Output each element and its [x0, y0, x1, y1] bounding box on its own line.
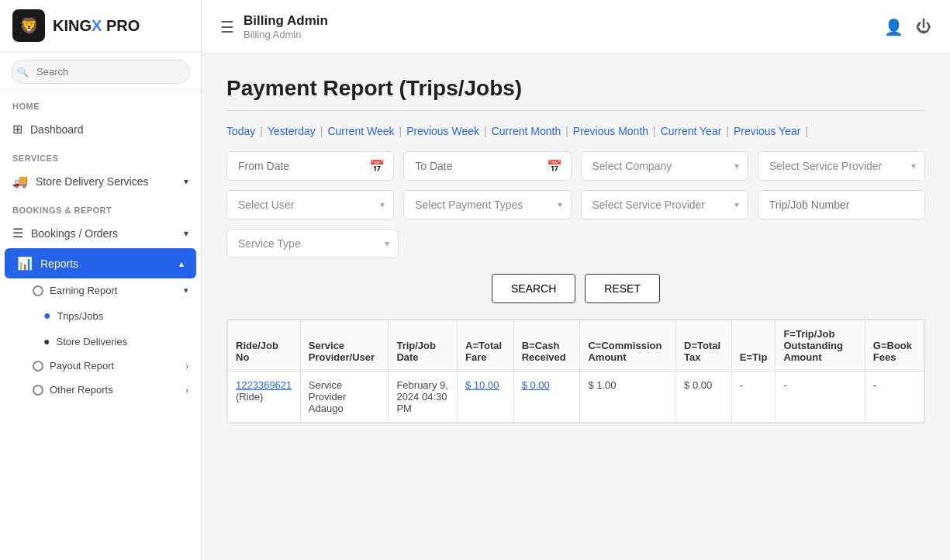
- search-button[interactable]: SEARCH: [492, 274, 575, 303]
- power-icon[interactable]: ⏻: [916, 18, 931, 36]
- results-table: Ride/Job No Service Provider/User Trip/J…: [226, 319, 925, 423]
- filter-row-2: Select User ▾ Select Payment Types ▾ Sel…: [226, 190, 925, 220]
- filter-row-1: 📅 📅 Select Company ▾ Select Service Prov…: [226, 151, 925, 181]
- filter-row-3: Service Type Ride Delivery ▾: [226, 229, 925, 258]
- col-cash-received: B=Cash Received: [513, 320, 580, 372]
- col-tip: E=Tip: [731, 320, 776, 372]
- bar-chart-icon: 📊: [17, 256, 33, 271]
- cell-cash-received: $ 0.00: [513, 372, 580, 423]
- cell-total-fare: $ 10.00: [458, 372, 514, 423]
- trip-job-number-input[interactable]: [758, 190, 925, 220]
- service-type-field: Service Type Ride Delivery ▾: [226, 229, 399, 258]
- sub-item-label: Store Deliveries: [56, 336, 127, 347]
- divider: [226, 110, 925, 111]
- col-outstanding: F=Trip/Job Outstanding Amount: [776, 320, 865, 372]
- sub-item-label: Other Reports: [50, 384, 113, 396]
- cash-received-link[interactable]: $ 0.00: [522, 379, 550, 391]
- filter-current-year[interactable]: Current Year: [661, 125, 722, 137]
- col-total-fare: A=Total Fare: [458, 320, 514, 372]
- dot-black-icon: ●: [43, 335, 50, 347]
- main-area: ☰ Billing Admin Billing Admin 👤 ⏻ Paymen…: [202, 0, 950, 560]
- filter-previous-year[interactable]: Previous Year: [734, 125, 800, 137]
- trip-number-field: [758, 190, 925, 220]
- chevron-up-icon: ▴: [179, 258, 184, 269]
- select-service-type[interactable]: Service Type Ride Delivery: [226, 229, 399, 258]
- col-total-tax: D=Total Tax: [676, 320, 732, 372]
- user-field: Select User ▾: [226, 190, 394, 220]
- ride-label: (Ride): [236, 391, 263, 403]
- cell-commission: $ 1.00: [580, 372, 676, 423]
- filter-previous-week[interactable]: Previous Week: [406, 125, 479, 137]
- topbar-icons: 👤 ⏻: [884, 18, 931, 36]
- select-payment-types[interactable]: Select Payment Types: [403, 190, 571, 220]
- payment-types-field: Select Payment Types ▾: [403, 190, 571, 220]
- select-user[interactable]: Select User: [226, 190, 394, 220]
- cell-book-fees: -: [865, 372, 924, 423]
- sidebar-item-reports[interactable]: 📊 Reports ▴: [5, 248, 196, 278]
- chevron-right-icon: ›: [185, 385, 188, 395]
- sidebar: 🦁 KINGX PRO HOME ⊞ Dashboard SERVICES 🚚 …: [0, 0, 202, 560]
- reset-button[interactable]: RESET: [585, 274, 660, 303]
- select-service-provider-2[interactable]: Select Service Provider: [581, 190, 748, 220]
- sidebar-sub-other-reports[interactable]: Other Reports ›: [0, 378, 201, 402]
- cell-outstanding: -: [776, 372, 865, 423]
- truck-icon: 🚚: [12, 174, 28, 188]
- provider-name: Service Provider: [309, 379, 381, 403]
- menu-icon[interactable]: ☰: [220, 18, 234, 36]
- circle-icon: [33, 361, 43, 372]
- sidebar-sub-payout-report[interactable]: Payout Report ›: [0, 354, 201, 378]
- select-company[interactable]: Select Company: [581, 151, 748, 181]
- sidebar-item-label: Reports: [40, 258, 78, 270]
- topbar-heading: Billing Admin: [244, 13, 875, 29]
- filter-current-month[interactable]: Current Month: [492, 125, 561, 137]
- cell-provider: Service Provider Adaugo: [300, 372, 389, 423]
- action-buttons: SEARCH RESET: [226, 274, 925, 303]
- cell-tip: -: [731, 372, 776, 423]
- spacer: [408, 229, 925, 258]
- from-date-field: 📅: [226, 151, 394, 181]
- sidebar-item-bookings[interactable]: ☰ Bookings / Orders ▾: [0, 218, 201, 248]
- search-input[interactable]: [11, 60, 190, 84]
- sidebar-sub-store-deliveries[interactable]: ● Store Deliveries: [0, 329, 201, 354]
- to-date-field: 📅: [403, 151, 571, 181]
- dot-blue-icon: ●: [43, 309, 51, 323]
- user-icon[interactable]: 👤: [884, 18, 903, 36]
- filter-current-week[interactable]: Current Week: [327, 125, 394, 137]
- sidebar-logo: 🦁 KINGX PRO: [0, 0, 201, 52]
- topbar: ☰ Billing Admin Billing Admin 👤 ⏻: [202, 0, 950, 54]
- topbar-title: Billing Admin Billing Admin: [244, 13, 875, 40]
- sidebar-item-label: Store Delivery Services: [36, 175, 149, 188]
- to-date-input[interactable]: [403, 151, 571, 181]
- sub-item-label: Trips/Jobs: [57, 310, 103, 322]
- sub-item-label: Earning Report: [50, 285, 117, 296]
- sidebar-sub-earning-report[interactable]: Earning Report ▾: [0, 278, 201, 302]
- filter-yesterday[interactable]: Yesterday: [268, 125, 316, 137]
- date-filter-bar: Today | Yesterday | Current Week | Previ…: [226, 125, 925, 137]
- from-date-input[interactable]: [226, 151, 394, 181]
- sidebar-search-wrap: [0, 52, 201, 92]
- cell-total-tax: $ 0.00: [676, 372, 732, 423]
- sidebar-item-store-delivery[interactable]: 🚚 Store Delivery Services ▾: [0, 166, 201, 196]
- circle-icon: [33, 285, 43, 296]
- provider-sub: Adaugo: [309, 403, 381, 414]
- col-commission: C=Commission Amount: [580, 320, 676, 372]
- chevron-right-icon: ▾: [184, 176, 188, 187]
- topbar-subtitle: Billing Admin: [244, 29, 875, 40]
- section-bookings: BOOKINGS & REPORT: [0, 196, 201, 218]
- chevron-right-icon: ▾: [184, 228, 188, 239]
- sidebar-item-dashboard[interactable]: ⊞ Dashboard: [0, 114, 201, 144]
- ride-no-link[interactable]: 1223369621: [236, 379, 292, 391]
- sidebar-sub-trips-jobs[interactable]: ● Trips/Jobs: [0, 302, 201, 329]
- select-service-provider[interactable]: Select Service Provider: [758, 151, 925, 181]
- filter-previous-month[interactable]: Previous Month: [573, 125, 648, 137]
- list-icon: ☰: [12, 226, 23, 240]
- filter-today[interactable]: Today: [226, 125, 255, 137]
- logo-icon: 🦁: [12, 9, 45, 42]
- chevron-right-icon: ›: [185, 361, 188, 371]
- service-provider-field: Select Service Provider ▾: [758, 151, 925, 181]
- total-fare-link[interactable]: $ 10.00: [465, 379, 499, 391]
- cell-ride-no: 1223369621 (Ride): [228, 372, 301, 423]
- col-book-fees: G=Book Fees: [865, 320, 924, 372]
- service-provider2-field: Select Service Provider ▾: [581, 190, 748, 220]
- col-provider-user: Service Provider/User: [300, 320, 389, 372]
